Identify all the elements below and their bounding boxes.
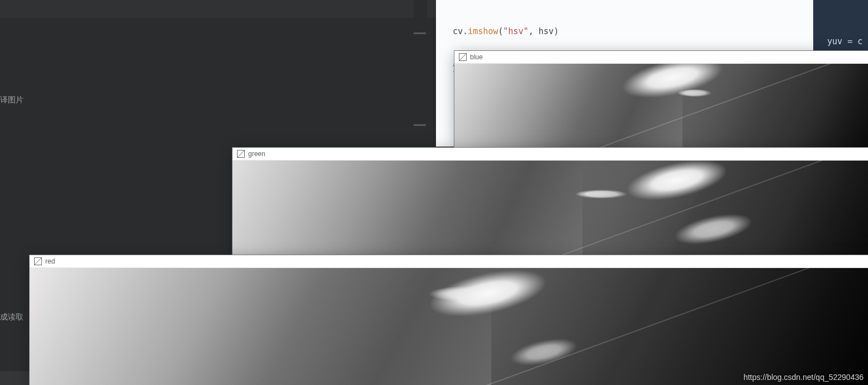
code-token: hsv (539, 26, 554, 36)
code-token: . (463, 26, 468, 36)
cv-window-image (233, 161, 868, 256)
cv-window-titlebar[interactable]: blue (454, 51, 868, 64)
cv-window-image (454, 64, 868, 147)
app-icon (459, 53, 467, 61)
code-token: cv (453, 26, 463, 36)
minimap-mark (414, 32, 426, 34)
cv-window-title: green (248, 150, 265, 158)
app-icon (34, 257, 42, 265)
code-token: , (528, 26, 538, 36)
cv-window-image (30, 268, 868, 385)
code-token: = (847, 36, 857, 46)
code-token: ( (498, 26, 503, 36)
cv-window-blue[interactable]: blue (454, 50, 868, 148)
screenshot-root: 译图片 成读取 cv.imshow("hsv", hsv) yuv = cv.c… (0, 0, 868, 385)
dark-editor-tabstrip[interactable] (0, 0, 436, 18)
cv-window-titlebar[interactable]: green (233, 148, 868, 161)
app-icon (237, 150, 245, 158)
watermark-text: https://blog.csdn.net/qq_52290436 (743, 373, 864, 382)
code-token: imshow (468, 26, 498, 36)
cv-window-titlebar[interactable]: red (30, 255, 868, 268)
cv-window-green[interactable]: green (232, 147, 868, 257)
code-token: yuv (827, 36, 847, 46)
code-fragment-b: 成读取 (0, 312, 23, 322)
minimap-mark (414, 124, 426, 126)
cv-window-title: red (45, 257, 55, 265)
cv-window-red[interactable]: red (29, 255, 868, 385)
cv-window-title: blue (470, 53, 483, 61)
code-token: ) (554, 26, 559, 36)
code-fragment-a: 译图片 (0, 95, 23, 105)
code-token: c (857, 36, 862, 46)
code-token: "hsv" (503, 26, 528, 36)
